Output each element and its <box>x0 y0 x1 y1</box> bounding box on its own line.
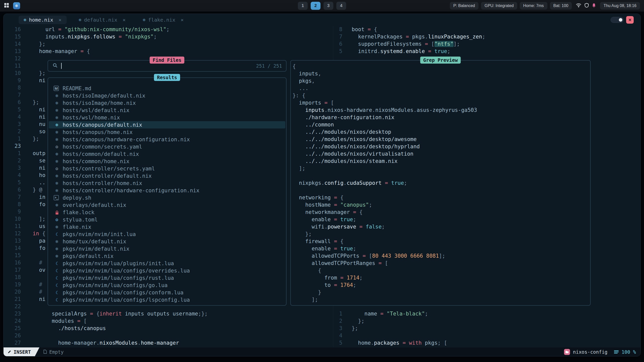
close-tab-icon[interactable]: × <box>123 17 126 23</box>
file-result[interactable]: MREADME.md <box>48 85 286 92</box>
token: ; <box>166 26 170 32</box>
code-text: ]; <box>293 296 318 303</box>
line-number: 1 <box>4 150 21 157</box>
window-close-button[interactable]: × <box>626 16 634 24</box>
file-result[interactable]: flake.lock <box>48 209 286 216</box>
workspace-button-1[interactable]: 1 <box>298 2 308 10</box>
tab-flake.nix[interactable]: ❄flake.nix× <box>138 16 189 24</box>
file-result[interactable]: ❄hosts/canopus/home.nix <box>48 128 286 136</box>
file-name: hosts/controller/default.nix <box>63 173 152 179</box>
file-result[interactable]: ☾pkgs/nvim/nvim/lua/configs/lspconfig.lu… <box>48 296 286 303</box>
file-result[interactable]: ⚙stylua.toml <box>48 216 286 223</box>
code-text: ov <box>21 266 46 274</box>
code-row: 4 <box>333 332 641 339</box>
line-number: 5 <box>4 106 21 113</box>
token: . <box>403 48 406 54</box>
file-result[interactable]: ⚙hosts/common/secrets.yaml <box>48 143 286 150</box>
line-number: 18 <box>4 274 21 281</box>
file-result[interactable]: ❄hosts/common/default.nix <box>48 150 286 158</box>
file-result[interactable]: ❄hosts/wsl/home.nix <box>48 114 286 121</box>
code-text: networking = { <box>293 194 343 201</box>
file-result[interactable]: ❄overlays/default.nix <box>48 201 286 209</box>
file-result[interactable]: ❄hosts/canopus/default.nix <box>49 121 285 128</box>
file-name: hosts/common/home.nix <box>63 158 130 164</box>
file-result[interactable]: ❄hosts/canopus/hardware-configuration.ni… <box>48 136 286 143</box>
workspace-button-3[interactable]: 3 <box>324 2 333 10</box>
token: linuxPackages_zen <box>428 34 482 40</box>
file-result[interactable]: ❄hosts/controller/home.nix <box>48 179 286 187</box>
preview-row: ../../modules/nixos/desktop/awesome <box>293 136 590 143</box>
file-result[interactable]: ☾pkgs/nvim/nvim/lua/configs/conform.lua <box>48 289 286 296</box>
tab-home.nix[interactable]: ❄home.nix× <box>19 16 67 24</box>
token: kernelPackages <box>352 34 406 40</box>
line-number: 24 <box>4 318 21 325</box>
token: allowedTCPPorts <box>293 253 363 259</box>
file-result[interactable]: >_deploy.sh <box>48 194 286 201</box>
app-logo-icon[interactable]: ❄ <box>13 2 20 9</box>
token: ../common <box>293 122 334 128</box>
notification-bell-icon[interactable] <box>592 3 596 9</box>
code-row: 3}; <box>333 325 641 332</box>
token: ]; <box>293 165 305 171</box>
token: ; <box>353 246 356 252</box>
wifi-icon[interactable] <box>576 3 581 9</box>
token: pkgs <box>422 340 437 346</box>
file-result[interactable]: ❄pkgs/nvim/default.nix <box>48 245 286 252</box>
code-text: }; <box>21 70 46 77</box>
close-tab-icon[interactable]: × <box>59 17 62 23</box>
code-text: so <box>21 128 46 135</box>
code-text: url = "github:nix-community/nixos-wsl"; <box>21 26 170 33</box>
file-result[interactable]: ☾pkgs/nvim/nvim/init.lua <box>48 231 286 238</box>
code-text: ./hardware-configuration.nix <box>293 114 394 121</box>
file-name: README.md <box>63 85 91 92</box>
line-number: 4 <box>4 113 21 121</box>
app-launcher-icon[interactable] <box>4 3 9 9</box>
file-result[interactable]: ❄hosts/controller/default.nix <box>48 172 286 179</box>
file-result[interactable]: ❄pkgs/default.nix <box>48 252 286 260</box>
code-text: inputs, <box>293 70 321 77</box>
token: = <box>363 253 369 259</box>
code-text <box>21 303 33 310</box>
code-text: }; <box>21 99 39 106</box>
file-result[interactable]: ☾pkgs/nvim/nvim/lua/plugins/init.lua <box>48 260 286 267</box>
right-top-code-lines: 8boot = {7 kernelPackages = pkgs.linuxPa… <box>333 26 641 55</box>
file-name: pkgs/nvim/nvim/lua/configs/lspconfig.lua <box>63 297 190 303</box>
file-result[interactable]: ❄hosts/isoImage/home.nix <box>48 99 286 107</box>
token: { <box>87 48 90 54</box>
workspace-button-4[interactable]: 4 <box>336 2 346 10</box>
yml-file-icon: ⚙ <box>54 144 60 149</box>
clock: Thu Aug 08, 18:16 <box>600 2 640 10</box>
token: ni <box>33 165 46 171</box>
tabline: ❄home.nix×❄default.nix×❄flake.nix× × <box>4 14 640 26</box>
code-text: fo <box>21 201 46 208</box>
nix-file-icon: ❄ <box>54 101 60 106</box>
file-result[interactable]: ☾pkgs/nvim/nvim/lua/configs/rust.lua <box>48 274 286 282</box>
file-result[interactable]: ❄hosts/wsl/default.nix <box>48 107 286 114</box>
token: ; <box>425 311 428 317</box>
line-number: 21 <box>4 296 21 303</box>
line-number: 20 <box>4 288 21 296</box>
file-result[interactable]: ⚙hosts/controller/secrets.yaml <box>48 165 286 172</box>
file-name: overlays/default.nix <box>63 202 126 208</box>
shield-icon[interactable] <box>585 3 589 9</box>
token: = <box>380 311 387 317</box>
file-name: hosts/common/secrets.yaml <box>63 144 142 150</box>
file-result[interactable]: ❄hosts/isoImage/default.nix <box>48 92 286 99</box>
file-result[interactable]: ❄home/tux/default.nix <box>48 238 286 245</box>
results-list: MREADME.md❄hosts/isoImage/default.nix❄ho… <box>48 77 287 306</box>
code-text: firewall = { <box>293 238 343 245</box>
nix-file-icon: ❄ <box>54 188 60 193</box>
token: url <box>33 26 58 32</box>
file-result[interactable]: ❄hosts/common/home.nix <box>48 158 286 165</box>
close-tab-icon[interactable]: × <box>181 17 184 23</box>
tab-default.nix[interactable]: ❄default.nix× <box>74 16 131 24</box>
file-result[interactable]: ☾pkgs/nvim/nvim/lua/configs/go.lua <box>48 282 286 289</box>
file-result[interactable]: ❄flake.nix <box>48 223 286 231</box>
workspace-button-2[interactable]: 2 <box>311 2 320 10</box>
file-result[interactable]: ☾pkgs/nvim/nvim/lua/configs/overrides.lu… <box>48 267 286 274</box>
token: se <box>33 158 46 164</box>
toggle-switch[interactable] <box>611 17 624 23</box>
code-text: ]; <box>21 215 46 223</box>
file-result[interactable]: ❄hosts/controller/hardware-configuration… <box>48 187 286 194</box>
token: pa <box>33 238 46 244</box>
